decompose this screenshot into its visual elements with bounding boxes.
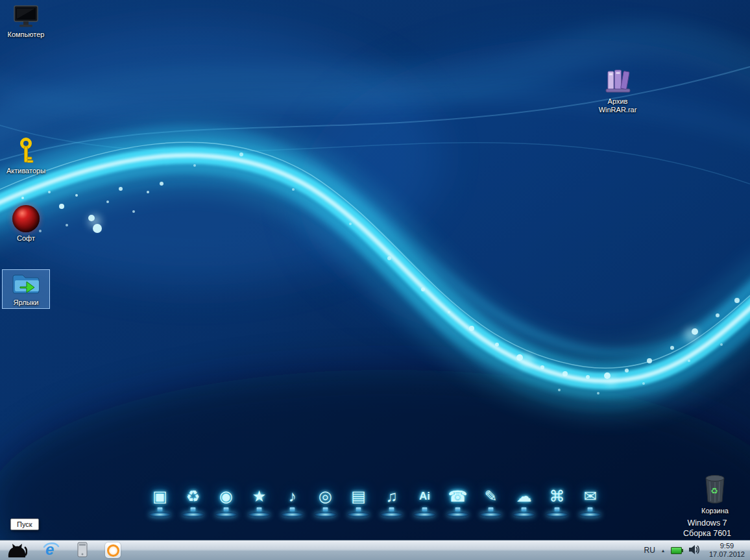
dock-base (149, 512, 171, 517)
clock[interactable]: 9:59 17.07.2012 (709, 542, 745, 559)
red-orb-icon (12, 205, 40, 232)
documents-icon: ▤ (346, 485, 372, 507)
dock-item-documents[interactable]: ▤ (343, 485, 374, 517)
dock-base (414, 512, 436, 517)
dock-base (215, 512, 237, 517)
internet-explorer-icon: e (43, 541, 60, 560)
microphone-icon: ♫ (379, 485, 405, 507)
black-cat-start-icon (5, 541, 27, 560)
dock-stand (356, 507, 361, 511)
dock-base (315, 512, 337, 517)
show-hidden-icons-arrow[interactable]: ▴ (662, 548, 664, 554)
dock-stand (455, 507, 461, 511)
music-icon: ♪ (280, 485, 306, 507)
recycle-bin-icon: ♻ (180, 485, 206, 507)
dock-base (579, 512, 601, 517)
browser-icon: ◉ (213, 485, 239, 507)
dock-base (381, 512, 403, 517)
key-icon (17, 138, 35, 165)
desktop-icon-soft[interactable]: Софт (0, 205, 52, 243)
dock-item-pen[interactable]: ✎ (476, 485, 507, 517)
dock-item-microphone[interactable]: ♫ (376, 485, 407, 517)
dock-item-music[interactable]: ♪ (277, 485, 308, 517)
dock-base (480, 512, 502, 517)
icon-label: Ярлыки (14, 298, 39, 307)
phone-icon: ☎ (445, 485, 471, 507)
dock-stand (555, 507, 560, 511)
tray-date: 17.07.2012 (709, 550, 745, 559)
language-indicator[interactable]: RU (644, 546, 655, 555)
windows-watermark: Windows 7 Сборка 7601 (668, 518, 746, 539)
dock-stand (588, 507, 593, 511)
dock-base (182, 512, 204, 517)
dock-base (513, 512, 535, 517)
icon-label: Активаторы (6, 167, 45, 175)
dock-item-mail[interactable]: ✉ (575, 485, 606, 517)
desktop-icon-winrar-archive[interactable]: Архив WinRAR.rar (588, 67, 647, 114)
desktop-icon-recycle-bin[interactable]: ♻ Корзина (689, 472, 741, 515)
battery-icon[interactable] (671, 547, 682, 554)
video-icon: ◎ (313, 485, 339, 507)
dock-item-illustrator[interactable]: Ai (409, 485, 441, 517)
desktop-icon-shortcuts[interactable]: Ярлыки (3, 270, 49, 308)
desktop: Компьютер Активаторы Софт Ярлыки (0, 0, 750, 560)
dock-item-graphics[interactable]: ★ (244, 485, 275, 517)
balloon-icon: ☁ (511, 485, 537, 507)
dock-item-phone[interactable]: ☎ (442, 485, 474, 517)
dock-stand (489, 507, 494, 511)
desktop-icon-activators[interactable]: Активаторы (0, 138, 52, 175)
dock-stand (323, 507, 328, 511)
speaker-icon[interactable] (688, 544, 700, 557)
dock-item-recycle-bin[interactable]: ♻ (178, 485, 209, 517)
icon-label-line1: Архив (608, 97, 628, 106)
computer-icon: ▣ (147, 485, 173, 507)
taskbar-internet-explorer-button[interactable]: e (43, 541, 60, 560)
watermark-line1: Windows 7 (668, 518, 746, 528)
dock-base (248, 512, 271, 517)
desktop-icon-computer[interactable]: Компьютер (0, 5, 52, 39)
dock-stand (158, 507, 163, 511)
taskbar: e RU (0, 540, 750, 560)
system-tray: RU ▴ 9:59 17.07.2012 (644, 542, 750, 559)
start-button[interactable] (5, 541, 27, 560)
computer-monitor-icon (13, 5, 39, 29)
dock-item-browser[interactable]: ◉ (211, 485, 242, 517)
icon-label: Софт (17, 234, 35, 243)
dock-stand (422, 507, 428, 511)
dock: ▣ ♻ ◉ ★ ♪ ◎ ▤ (145, 485, 606, 517)
tray-time: 9:59 (709, 542, 745, 550)
winrar-books-icon (603, 67, 632, 95)
dock-base (282, 512, 304, 517)
pen-icon: ✎ (478, 485, 504, 507)
dock-base (546, 512, 568, 517)
media-player-icon (105, 542, 121, 558)
watermark-line2: Сборка 7601 (668, 528, 746, 539)
dock-item-video[interactable]: ◎ (310, 485, 341, 517)
dock-stand (290, 507, 295, 511)
dock-base (348, 512, 370, 517)
dock-stand (389, 507, 394, 511)
dock-stand (191, 507, 196, 511)
svg-text:♻: ♻ (710, 486, 718, 496)
recycle-bin-icon: ♻ (701, 472, 729, 505)
taskbar-apps: e (5, 541, 121, 560)
dock-stand (257, 507, 262, 511)
dock-item-balloon[interactable]: ☁ (509, 485, 540, 517)
taskbar-media-player-button[interactable] (105, 541, 121, 560)
taskbar-drive-button[interactable] (75, 541, 90, 560)
dock-stand (522, 507, 527, 511)
dock-item-computer[interactable]: ▣ (145, 485, 176, 517)
icon-label: Компьютер (8, 30, 45, 39)
mail-icon: ✉ (577, 485, 603, 507)
icon-label-line2: WinRAR.rar (599, 106, 637, 114)
dock-item-apple[interactable]: ⌘ (542, 485, 573, 517)
start-tooltip: Пуск (10, 518, 39, 530)
folder-shortcut-icon (11, 272, 41, 297)
dock-base (447, 512, 469, 517)
drive-icon (75, 541, 90, 560)
dock-stand (224, 507, 229, 511)
apple-icon: ⌘ (544, 485, 570, 507)
icon-label: Корзина (701, 507, 729, 515)
graphics-icon: ★ (247, 485, 272, 507)
illustrator-icon: Ai (412, 485, 438, 507)
